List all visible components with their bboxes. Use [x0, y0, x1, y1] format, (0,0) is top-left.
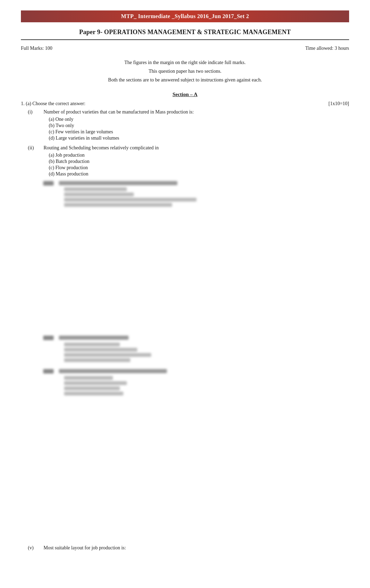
instruction-line-1: The figures in the margin on the right s…: [21, 58, 349, 67]
sub-q-content-ii: Routing and Scheduling becomes relativel…: [44, 145, 349, 178]
sub-question-ii: (ii) Routing and Scheduling becomes rela…: [21, 145, 349, 178]
sub-question-i: (i) Number of product varieties that can…: [21, 109, 349, 142]
options-list-ii: (a) Job production (b) Batch production …: [44, 152, 349, 177]
sub-q-text-v: Most suitable layout for job production …: [44, 545, 349, 551]
question-1-marks: [1x10=10]: [329, 101, 349, 107]
instruction-line-2: This question paper has two sections.: [21, 67, 349, 76]
sub-question-extra-blurred: [21, 369, 349, 395]
sub-q-text-ii: Routing and Scheduling becomes relativel…: [44, 145, 349, 151]
sub-q-text-i: Number of product varieties that can be …: [44, 109, 349, 115]
option-ii-c: (c) Flow production: [49, 165, 349, 171]
sub-question-v: (v) Most suitable layout for job product…: [21, 545, 349, 552]
meta-row: Full Marks: 100 Time allowed: 3 hours: [21, 46, 349, 51]
header-title: MTP_ Intermediate _Syllabus 2016_Jun 201…: [121, 13, 249, 19]
full-marks: Full Marks: 100: [21, 46, 52, 51]
header-title-bar: MTP_ Intermediate _Syllabus 2016_Jun 201…: [21, 10, 349, 22]
option-i-c: (c) Few verities in large volumes: [49, 129, 349, 135]
option-ii-a: (a) Job production: [49, 152, 349, 158]
sub-question-iii-blurred: [21, 181, 349, 207]
instruction-line-3: Both the sections are to be answered sub…: [21, 76, 349, 84]
spacer-bottom: [21, 402, 349, 542]
question-1-header: 1. (a) Choose the correct answer: [1x10=…: [21, 101, 349, 107]
sub-q-content-v: Most suitable layout for job production …: [44, 545, 349, 552]
option-i-d: (d) Large varieties in small volumes: [49, 135, 349, 141]
option-i-a: (a) One only: [49, 117, 349, 122]
section-a-heading: Section – A: [21, 92, 349, 97]
option-ii-d: (d) Mass production: [49, 171, 349, 177]
paper-title: Paper 9- OPERATIONS MANAGEMENT & STRATEG…: [21, 29, 349, 40]
sub-question-iv-blurred: [21, 336, 349, 362]
instructions: The figures in the margin on the right s…: [21, 58, 349, 85]
question-1-label: 1. (a) Choose the correct answer:: [21, 101, 85, 107]
option-i-b: (b) Two only: [49, 123, 349, 128]
sub-q-content-i: Number of product varieties that can be …: [44, 109, 349, 142]
sub-q-num-ii: (ii): [28, 145, 44, 178]
page-container: MTP_ Intermediate _Syllabus 2016_Jun 201…: [0, 0, 370, 588]
time-allowed: Time allowed: 3 hours: [305, 46, 349, 51]
sub-q-num-i: (i): [28, 109, 44, 142]
question-1: 1. (a) Choose the correct answer: [1x10=…: [21, 101, 349, 552]
sub-q-num-v: (v): [28, 545, 44, 552]
spacer-middle: [21, 214, 349, 336]
option-ii-b: (b) Batch production: [49, 159, 349, 164]
options-list-i: (a) One only (b) Two only (c) Few veriti…: [44, 117, 349, 141]
